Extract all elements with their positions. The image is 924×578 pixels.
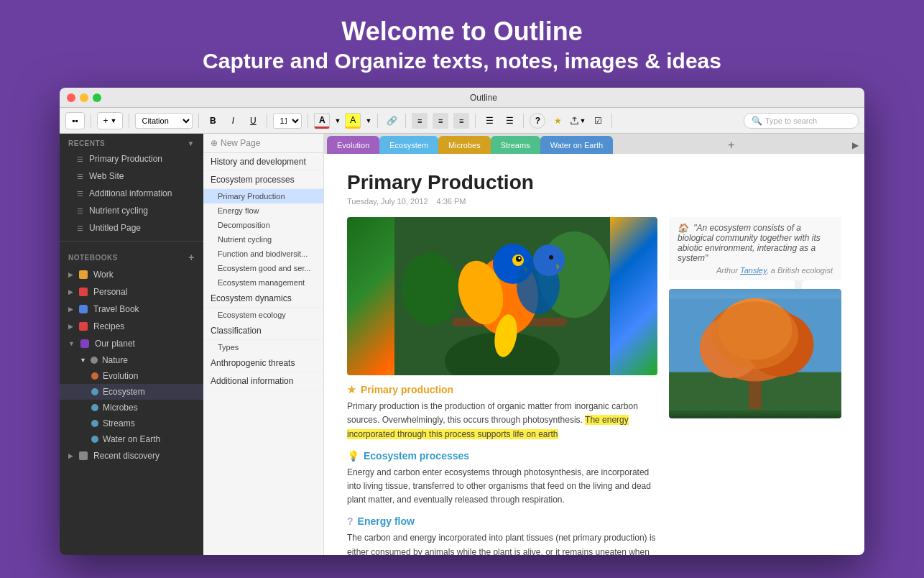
main-area: RECENTS ▼ ☰ Primary Production ☰ Web Sit… bbox=[60, 134, 864, 555]
help-button[interactable]: ? bbox=[530, 113, 545, 129]
tab-evolution[interactable]: Evolution bbox=[327, 136, 379, 154]
star-button[interactable]: ★ bbox=[550, 113, 565, 129]
notebook-personal[interactable]: ▶ Personal bbox=[60, 283, 203, 301]
toolbar-separator-9 bbox=[523, 114, 524, 128]
microbes-dot bbox=[91, 404, 98, 411]
discovery-chevron-icon: ▶ bbox=[68, 452, 73, 459]
sidebar-icon: ▪▪ bbox=[72, 116, 78, 126]
parrot-image bbox=[347, 217, 657, 375]
tab-streams[interactable]: Streams bbox=[491, 136, 540, 154]
checkbox-button[interactable]: ☑ bbox=[590, 113, 606, 129]
highlight-color-button[interactable]: A bbox=[345, 113, 361, 129]
align-left-button[interactable]: ≡ bbox=[412, 113, 428, 129]
text-color-chevron[interactable]: ▼ bbox=[334, 117, 341, 124]
notebook-recipes[interactable]: ▶ Recipes bbox=[60, 318, 203, 335]
planet-dot bbox=[80, 339, 89, 348]
title-bar: Outline bbox=[60, 88, 864, 108]
sidebar-item-additional-info[interactable]: ☰ Additional information bbox=[63, 185, 200, 202]
underline-button[interactable]: U bbox=[245, 113, 261, 129]
window-title: Outline bbox=[110, 93, 857, 103]
doc-icon: ☰ bbox=[77, 155, 83, 163]
share-button[interactable]: ▼ bbox=[570, 113, 586, 129]
add-notebook-icon[interactable]: + bbox=[188, 252, 195, 263]
section-heading-energy: ? Energy flow bbox=[347, 515, 657, 527]
align-center-button[interactable]: ≡ bbox=[433, 113, 448, 129]
outline-item-anthropogenic[interactable]: Anthropogenic threats bbox=[203, 354, 323, 372]
toolbar-separator-10 bbox=[611, 114, 612, 128]
sidebar: RECENTS ▼ ☰ Primary Production ☰ Web Sit… bbox=[60, 134, 203, 555]
outline-item-function[interactable]: Function and biodiversit... bbox=[203, 247, 323, 261]
sidebar-item-nutrient-cycling[interactable]: ☰ Nutrient cycling bbox=[63, 202, 200, 219]
tab-microbes[interactable]: Microbes bbox=[438, 136, 491, 154]
outline-item-ecosystem-mgmt[interactable]: Ecosystem management bbox=[203, 275, 323, 290]
italic-button[interactable]: I bbox=[225, 113, 241, 129]
quote-icon: 🏠 bbox=[678, 223, 688, 233]
recents-header: RECENTS ▼ bbox=[60, 134, 203, 150]
tree-item-water[interactable]: Water on Earth bbox=[60, 431, 203, 447]
tab-ecosystem[interactable]: Ecosystem bbox=[379, 136, 438, 154]
outline-item-primary-production[interactable]: Primary Production bbox=[203, 189, 323, 203]
notebook-travel[interactable]: ▶ Travel Book bbox=[60, 301, 203, 318]
search-box[interactable]: 🔍 Type to search bbox=[744, 113, 859, 129]
toolbar-separator-3 bbox=[198, 114, 199, 128]
maximize-button[interactable] bbox=[93, 93, 101, 102]
plus-icon: + bbox=[103, 116, 108, 126]
style-selector[interactable]: Citation bbox=[135, 113, 193, 129]
font-size-selector[interactable]: 11 bbox=[273, 113, 302, 129]
quote-section: 🏠 "An ecosystem consists of a biological… bbox=[669, 217, 841, 280]
tree-item-microbes[interactable]: Microbes bbox=[60, 400, 203, 416]
energy-flow-text: The carbon and energy incorporated into … bbox=[347, 531, 657, 555]
minimize-button[interactable] bbox=[80, 93, 88, 102]
add-button[interactable]: + ▼ bbox=[97, 112, 124, 129]
outline-item-history[interactable]: History and development bbox=[203, 153, 323, 171]
outline-item-additional[interactable]: Additional information bbox=[203, 372, 323, 390]
text-color-button[interactable]: A bbox=[314, 113, 330, 129]
align-right-button[interactable]: ≡ bbox=[453, 113, 469, 129]
quote-author: Arthur Tansley, a British ecologist bbox=[678, 266, 833, 275]
outline-item-classification[interactable]: Classification bbox=[203, 322, 323, 340]
bold-button[interactable]: B bbox=[205, 113, 221, 129]
author-link[interactable]: Tansley bbox=[740, 266, 767, 275]
link-button[interactable]: 🔗 bbox=[384, 113, 399, 129]
tree-item-streams[interactable]: Streams bbox=[60, 416, 203, 431]
tabs-nav-right[interactable]: ▶ bbox=[849, 136, 861, 154]
outline-item-ecosystem-good[interactable]: Ecosystem good and ser... bbox=[203, 261, 323, 275]
app-window: Outline ▪▪ + ▼ Citation B I U 11 A ▼ A ▼… bbox=[60, 88, 864, 555]
ecosystem-processes-text: Energy and carbon enter ecosystems throu… bbox=[347, 466, 657, 508]
outline-item-types[interactable]: Types bbox=[203, 340, 323, 354]
outline-item-decomposition[interactable]: Decomposition bbox=[203, 218, 323, 232]
svg-point-14 bbox=[549, 255, 553, 260]
parrot-visual bbox=[347, 217, 657, 375]
tree-item-ecosystem[interactable]: Ecosystem bbox=[60, 384, 203, 400]
evolution-dot bbox=[91, 372, 98, 380]
content-right: 🏠 "An ecosystem consists of a biological… bbox=[669, 217, 841, 555]
recents-chevron-icon[interactable]: ▼ bbox=[188, 139, 195, 147]
tree-item-nature[interactable]: ▼ Nature bbox=[60, 352, 203, 368]
sidebar-item-primary-production[interactable]: ☰ Primary Production bbox=[63, 150, 200, 168]
tree-item-evolution[interactable]: Evolution bbox=[60, 368, 203, 384]
notebook-work[interactable]: ▶ Work bbox=[60, 266, 203, 283]
toolbar-separator-6 bbox=[377, 114, 378, 128]
notebook-recent-discovery[interactable]: ▶ Recent discovery bbox=[60, 447, 203, 464]
outline-item-ecosystem-dynamics[interactable]: Ecosystem dynamics bbox=[203, 290, 323, 308]
content-body: ★ Primary production Primary production … bbox=[347, 217, 841, 555]
content-area: Evolution Ecosystem Microbes Streams Wat… bbox=[324, 134, 864, 555]
notebook-our-planet[interactable]: ▼ Our planet bbox=[60, 335, 203, 352]
outline-item-nutrient-cycling[interactable]: Nutrient cycling bbox=[203, 232, 323, 247]
sidebar-item-web-site[interactable]: ☰ Web Site bbox=[63, 168, 200, 185]
add-tab-button[interactable]: + bbox=[725, 136, 737, 154]
sidebar-toggle-button[interactable]: ▪▪ bbox=[65, 112, 85, 129]
primary-production-text: Primary production is the production of … bbox=[347, 400, 657, 441]
new-page-button[interactable]: ⊕ New Page bbox=[203, 134, 323, 153]
ordered-list-button[interactable]: ☰ bbox=[502, 113, 517, 129]
content-scroll: Primary Production Tuesday, July 10, 201… bbox=[324, 154, 864, 555]
outline-item-energy-flow[interactable]: Energy flow bbox=[203, 203, 323, 218]
tab-water[interactable]: Water on Earth bbox=[540, 136, 614, 154]
sidebar-item-untitled[interactable]: ☰ Untitled Page bbox=[63, 219, 200, 237]
close-button[interactable] bbox=[67, 93, 75, 102]
toolbar-separator-5 bbox=[308, 114, 308, 128]
outline-item-ecosystem-processes[interactable]: Ecosystem processes bbox=[203, 171, 323, 189]
highlight-color-chevron[interactable]: ▼ bbox=[365, 117, 371, 124]
outline-item-ecosystem-ecology[interactable]: Ecosystem ecology bbox=[203, 308, 323, 322]
unordered-list-button[interactable]: ☰ bbox=[481, 113, 497, 129]
